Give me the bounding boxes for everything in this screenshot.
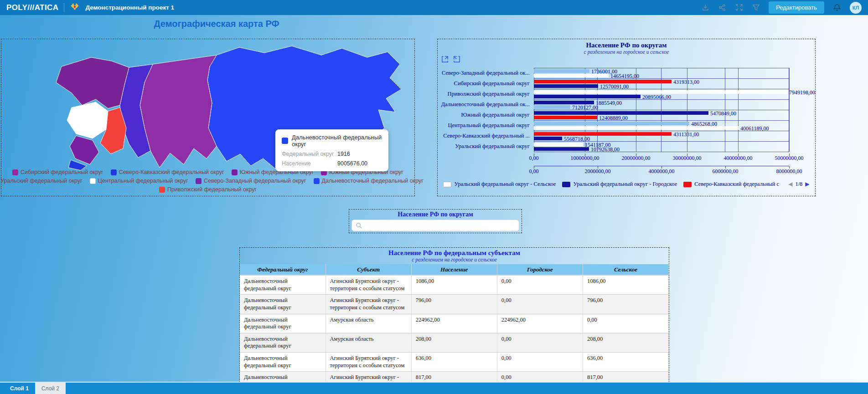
chart-category-label: Центральный федеральный округ — [439, 120, 532, 131]
legend-label: Сибирский федеральный округ — [21, 168, 103, 177]
share-icon[interactable] — [718, 4, 726, 12]
chart-bar[interactable] — [534, 147, 589, 151]
map-legend-item[interactable]: Центральный федеральный округ — [90, 177, 188, 185]
legend-label: Дальневосточный федеральный округ — [322, 177, 424, 185]
chart-bar[interactable] — [534, 126, 739, 130]
tooltip-value: 1916 — [337, 151, 350, 157]
axis-tick-label: 0,00 — [529, 168, 539, 175]
table-cell: 1086,00 — [411, 275, 497, 295]
table-column-header[interactable]: Население — [411, 264, 497, 275]
table-row[interactable]: Дальневосточный федеральный округАгински… — [240, 372, 669, 382]
fullscreen-icon[interactable] — [735, 4, 743, 12]
chart-bar[interactable] — [534, 122, 689, 125]
chart-axis-b: 0,002000000,004000000,006000000,00800000… — [534, 168, 789, 174]
map-legend: Сибирский федеральный округСеверо-Кавказ… — [1, 168, 414, 194]
table-cell: 208,00 — [583, 333, 668, 352]
chart-bar-value: 1885549,00 — [596, 100, 622, 106]
map-region-southern[interactable] — [70, 136, 99, 164]
chart-bar-value: 20895066,00 — [642, 94, 671, 100]
map-widget: Дальневосточный федеральный округ Федера… — [1, 39, 415, 196]
tooltip-label: Федеральный округ — [282, 151, 337, 157]
chart-bar[interactable] — [534, 90, 787, 94]
topbar-divider — [64, 3, 64, 12]
chart-bar[interactable] — [534, 80, 672, 83]
download-icon[interactable] — [701, 4, 709, 12]
table-cell: Агинский Бурятский округ - территория с … — [326, 275, 411, 295]
data-table: Федеральный округСубъектНаселениеГородск… — [240, 264, 669, 382]
table-row[interactable]: Дальневосточный федеральный округАмурска… — [240, 333, 669, 352]
search-input[interactable] — [365, 222, 515, 229]
gridline — [534, 152, 789, 152]
tab-layer-1[interactable]: Слой 1 — [4, 383, 35, 394]
map-legend-item[interactable]: Уральский федеральный округ — [0, 177, 83, 185]
map-legend-item[interactable]: Приволжский федеральный округ — [159, 185, 257, 194]
map-legend-item[interactable]: Северо-Западный федеральный округ — [196, 177, 306, 185]
chart-bar[interactable] — [534, 69, 589, 73]
table-row[interactable]: Дальневосточный федеральный округАгински… — [240, 353, 669, 372]
chart-bar[interactable] — [534, 74, 609, 77]
chart-legend: Уральский федеральный округ - СельскоеУр… — [442, 181, 811, 188]
tab-layer-2[interactable]: Слой 2 — [35, 383, 66, 394]
chart-category-label: Уральский федеральный округ — [439, 141, 532, 152]
legend-swatch — [683, 182, 692, 187]
chart-bar[interactable] — [534, 105, 570, 109]
chart-bar[interactable] — [534, 101, 594, 104]
table-cell: Дальневосточный федеральный округ — [240, 314, 326, 333]
chart-legend-item[interactable]: Уральский федеральный округ - Городское — [562, 181, 677, 188]
table-subtitle: с разделением на городское и сельское — [240, 257, 669, 262]
gridline — [534, 120, 789, 121]
legend-prev-icon[interactable]: ◀ — [788, 181, 792, 188]
search-box — [351, 220, 519, 231]
table-cell: 0,00 — [497, 353, 583, 372]
table-row[interactable]: Дальневосточный федеральный округАгински… — [240, 295, 669, 314]
legend-next-icon[interactable]: ▶ — [805, 181, 809, 188]
legend-label: Северо-Кавказский федеральный с — [694, 181, 779, 188]
top-bar: POLY///ATICA Демонстрационный проект 1 Р… — [0, 0, 868, 15]
chart-bar[interactable] — [534, 137, 562, 140]
chart-category-label: Приволжский федеральный округ — [439, 89, 532, 99]
chart-bar[interactable] — [534, 143, 583, 146]
avatar[interactable]: КЛ — [850, 2, 862, 14]
table-cell: 636,00 — [583, 353, 668, 372]
table-column-header[interactable]: Федеральный округ — [240, 264, 326, 275]
search-icon — [356, 222, 362, 229]
chart-legend-item[interactable]: Северо-Кавказский федеральный с — [683, 181, 779, 188]
dashboard-canvas: Демографическая карта РФ Дальневосточный… — [0, 15, 868, 394]
axis-tick-label: 40000000,00 — [724, 155, 753, 162]
chart-bar-value: 7120127,00 — [572, 105, 598, 110]
chart-category-label: Северо-Западный федеральный ок... — [439, 68, 532, 78]
table-row[interactable]: Дальневосточный федеральный округАмурска… — [240, 314, 669, 333]
filter-icon[interactable] — [752, 4, 760, 12]
table-cell: Амурская область — [326, 314, 411, 333]
legend-label: Уральский федеральный округ - Городское — [573, 181, 677, 188]
bell-icon[interactable] — [833, 4, 841, 12]
table-cell: 0,00 — [497, 372, 583, 382]
chart-legend-item[interactable]: Уральский федеральный округ - Сельское — [443, 181, 556, 188]
map-legend-item[interactable]: Дальневосточный федеральный округ — [314, 177, 424, 185]
table-column-header[interactable]: Сельское — [583, 264, 668, 275]
axis-tick-label: 50000000,00 — [775, 155, 804, 162]
table-row[interactable]: Дальневосточный федеральный округАгински… — [240, 275, 669, 295]
undo-zoom-icon[interactable] — [453, 56, 460, 63]
chart-bar[interactable] — [534, 111, 708, 115]
table-cell: Дальневосточный федеральный округ — [240, 372, 326, 382]
table-column-header[interactable]: Городское — [497, 264, 583, 275]
table-cell: Дальневосточный федеральный округ — [240, 295, 326, 314]
table-cell: Агинский Бурятский округ - территория с … — [326, 372, 411, 382]
legend-swatch — [159, 187, 165, 193]
map-region-north-western[interactable] — [56, 57, 129, 108]
map-region-siberian[interactable] — [140, 55, 217, 168]
map-legend-item[interactable]: Сибирский федеральный округ — [12, 168, 103, 177]
chart-bar[interactable] — [534, 132, 672, 136]
reset-zoom-icon[interactable] — [441, 56, 449, 63]
map-legend-item[interactable]: Северо-Кавказский федеральный округ — [111, 168, 224, 177]
chart-bar[interactable] — [534, 95, 641, 98]
chart-bar[interactable] — [534, 116, 597, 119]
map-region-central[interactable] — [67, 102, 108, 138]
axis-tick-label: 20000000,00 — [622, 155, 651, 162]
chart-bar[interactable] — [534, 84, 598, 88]
edit-button[interactable]: Редактировать — [769, 1, 824, 14]
table-cell: Дальневосточный федеральный округ — [240, 353, 326, 372]
chart-bar-value: 10792638,00 — [591, 147, 620, 152]
table-column-header[interactable]: Субъект — [326, 264, 411, 275]
